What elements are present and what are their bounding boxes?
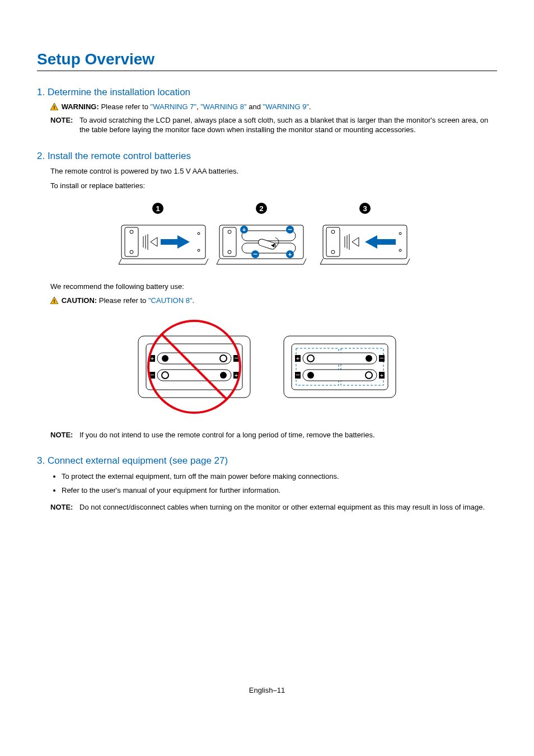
caution-line: ! CAUTION: Please refer to "CAUTION 8". [50, 296, 497, 306]
svg-text:+: + [288, 251, 292, 258]
svg-text:+: + [296, 355, 299, 362]
svg-point-70 [307, 372, 314, 379]
s3-bullets: To protect the external equipment, turn … [37, 471, 497, 497]
note-label: NOTE: [50, 115, 79, 135]
svg-rect-5 [125, 227, 138, 256]
note-text: If you do not intend to use the remote c… [79, 430, 375, 440]
section-3-heading: 3. Connect external equipment (see page … [37, 455, 497, 466]
svg-text:+: + [235, 372, 238, 379]
svg-text:−: − [380, 354, 384, 362]
note-3: NOTE: Do not connect/disconnect cables w… [50, 502, 497, 512]
svg-text:2: 2 [259, 204, 263, 213]
page-title: Setup Overview [37, 50, 497, 71]
list-item: Refer to the user's manual of your equip… [62, 485, 497, 497]
svg-text:!: ! [54, 105, 55, 110]
svg-text:+: + [151, 355, 154, 362]
note-label: NOTE: [50, 430, 79, 440]
note-text: Do not connect/disconnect cables when tu… [79, 502, 485, 512]
warning-line: ! WARNING: Please refer to "WARNING 7", … [50, 102, 497, 112]
warning-label: WARNING: [62, 102, 99, 111]
s2-p3: We recommend the following battery use: [50, 282, 497, 292]
svg-rect-32 [326, 227, 340, 256]
warning-link-9[interactable]: "WARNING 9" [263, 102, 309, 111]
svg-text:−: − [253, 250, 257, 258]
note-2: NOTE: If you do not intend to use the re… [50, 430, 497, 440]
caution-icon: ! [50, 297, 58, 306]
svg-point-43 [162, 355, 168, 362]
svg-text:3: 3 [363, 204, 367, 213]
caution-link-8[interactable]: "CAUTION 8" [148, 296, 193, 305]
warning-link-7[interactable]: "WARNING 7" [151, 102, 196, 111]
list-item: To protect the external equipment, turn … [62, 471, 497, 483]
warning-icon: ! [50, 103, 58, 112]
svg-text:−: − [288, 225, 292, 234]
svg-point-51 [220, 372, 227, 379]
caution-text-pre: Please refer to [97, 296, 148, 305]
svg-rect-59 [292, 344, 388, 390]
warning-link-8[interactable]: "WARNING 8" [200, 102, 246, 111]
svg-text:+: + [242, 226, 246, 233]
svg-text:−: − [296, 371, 300, 379]
battery-orientation-figure: + − − + [37, 315, 497, 418]
note-label: NOTE: [50, 502, 79, 512]
page-footer: English–11 [0, 686, 534, 694]
svg-rect-14 [223, 227, 236, 256]
section-1-heading: 1. Determine the installation location [37, 87, 497, 98]
warning-text-pre: Please refer to [99, 102, 151, 111]
svg-text:1: 1 [156, 204, 160, 213]
caution-label: CAUTION: [62, 296, 97, 305]
note-text: To avoid scratching the LCD panel, alway… [79, 115, 497, 135]
svg-text:+: + [380, 372, 383, 379]
note-1: NOTE: To avoid scratching the LCD panel,… [50, 115, 497, 135]
s2-p1: The remote control is powered by two 1.5… [50, 166, 497, 176]
s2-p2: To install or replace batteries: [50, 181, 497, 191]
section-2-heading: 2. Install the remote control batteries [37, 151, 497, 162]
battery-steps-figure: 1 2 [37, 200, 497, 269]
svg-text:!: ! [54, 298, 55, 304]
svg-point-64 [366, 355, 372, 362]
